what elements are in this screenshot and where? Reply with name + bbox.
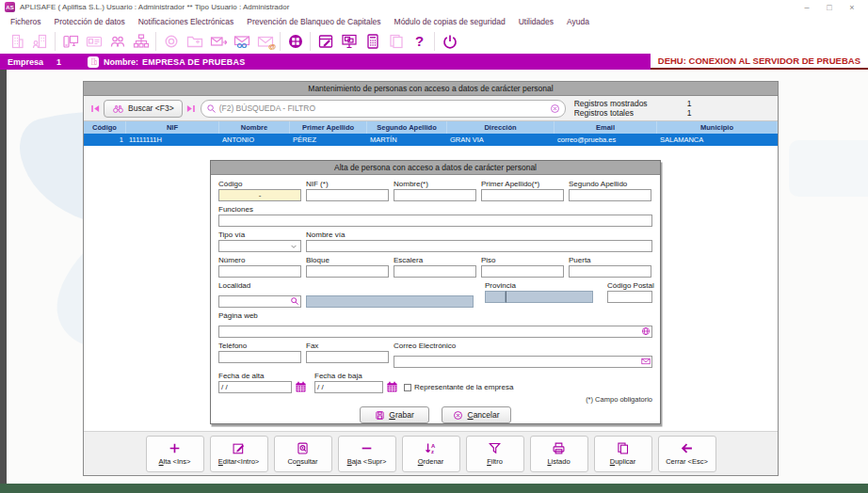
localidad-search-icon[interactable] (290, 296, 299, 306)
carpeta-icon[interactable] (183, 31, 206, 52)
organigrama-icon[interactable] (129, 31, 153, 52)
piso-input[interactable] (481, 265, 564, 278)
globe-icon[interactable] (641, 326, 651, 336)
codigo-input[interactable] (218, 189, 301, 201)
filtro-button[interactable]: Filtro (466, 436, 524, 472)
empresa-bar: Empresa 1 Nombre: EMPRESA DE PRUEBAS DEH… (0, 54, 868, 70)
duplicar-button[interactable]: Duplicar (594, 436, 652, 472)
buscar-button[interactable]: Buscar <F3> (104, 100, 183, 118)
cancel-icon (453, 410, 463, 421)
primer-apellido-input[interactable] (481, 189, 564, 201)
sincronizar-icon[interactable] (159, 31, 183, 52)
grabar-button[interactable]: Grabar (360, 406, 429, 423)
ayuda-icon[interactable]: ? (408, 31, 431, 52)
dialog-buttons: Grabar Cancelar (218, 406, 652, 431)
col-direccion[interactable]: Dirección (447, 121, 555, 134)
first-record-button[interactable] (88, 101, 102, 116)
numero-input[interactable] (218, 265, 301, 278)
col-nif[interactable]: NIF (126, 121, 219, 134)
col-nombre[interactable]: Nombre (219, 121, 290, 134)
menu-utilidades[interactable]: Utilidades (512, 17, 560, 26)
fecha-alta-calendar-button[interactable] (294, 380, 307, 393)
minus-icon (360, 441, 374, 455)
maximize-button[interactable]: □ (818, 1, 841, 14)
registros-totales-value: 1 (687, 108, 692, 118)
documentos-icon[interactable] (384, 31, 408, 52)
aplicaciones-icon[interactable] (283, 31, 307, 52)
listado-button[interactable]: Listado (530, 436, 588, 472)
col-email[interactable]: Email (555, 121, 657, 134)
usuarios-icon[interactable] (105, 31, 129, 52)
filter-search-box[interactable] (201, 100, 566, 118)
fax-input[interactable] (306, 351, 389, 363)
segundo-apellido-input[interactable] (569, 189, 651, 201)
salir-icon[interactable] (438, 31, 461, 52)
col-codigo[interactable]: Código (84, 121, 126, 134)
nif-input[interactable] (306, 189, 389, 201)
last-record-button[interactable] (185, 101, 198, 116)
toolbar-separator (434, 32, 435, 51)
close-button[interactable]: × (841, 1, 863, 14)
toolbar-separator (55, 32, 56, 51)
nombre-input[interactable] (394, 189, 476, 201)
registros-info: Registros mostrados 1 Registros totales … (574, 99, 692, 118)
menu-ficheros[interactable]: Ficheros (4, 17, 48, 26)
fecha-baja-input[interactable] (314, 381, 383, 393)
enviar-correo-icon[interactable] (206, 31, 230, 52)
menu-proteccion-datos[interactable]: Protección de datos (48, 17, 132, 26)
panel-title: Mantenimiento de personas con acceso a d… (84, 82, 778, 96)
ficha-identificativa-icon[interactable] (82, 31, 105, 52)
nombre-via-input[interactable] (306, 240, 652, 252)
menu-copias-seguridad[interactable]: Módulo de copias de seguridad (388, 17, 512, 26)
representante-checkbox[interactable] (404, 384, 411, 391)
calculadora-icon[interactable] (361, 31, 384, 52)
menu-ayuda[interactable]: Ayuda (560, 17, 596, 26)
col-primer-apellido[interactable]: Primer Apellido (290, 121, 367, 134)
nombre-label: Nombre: (104, 57, 138, 67)
fecha-baja-calendar-button[interactable] (385, 380, 398, 393)
agenda-icon[interactable] (313, 31, 337, 52)
cancelar-button[interactable]: Cancelar (442, 406, 511, 423)
clear-filter-icon[interactable] (550, 103, 560, 114)
tipo-via-select[interactable] (218, 240, 301, 252)
consultar-button[interactable]: Consultar (274, 436, 332, 472)
menu-notificaciones[interactable]: Notificaciones Electrónicas (132, 17, 241, 26)
registros-totales-label: Registros totales (574, 108, 681, 118)
plus-icon (168, 441, 182, 455)
email-icon[interactable] (641, 357, 651, 366)
localidad-input[interactable] (218, 295, 301, 308)
bloque-input[interactable] (306, 265, 389, 278)
table-row[interactable]: 1 11111111H ANTONIO PÉREZ MARTÍN GRAN VI… (84, 134, 778, 146)
escalera-input[interactable] (394, 265, 476, 278)
dispositivos-icon[interactable] (58, 31, 82, 52)
correo-arroba-icon[interactable]: @ (253, 31, 277, 52)
cerrar-button[interactable]: Cerrar <Esc> (658, 436, 716, 472)
fecha-alta-input[interactable] (218, 381, 292, 393)
nav-first-icon (89, 103, 102, 115)
col-municipio[interactable]: Municipio (657, 121, 778, 134)
funciones-input[interactable] (218, 215, 652, 227)
baja-button[interactable]: Baja <Supr> (338, 436, 396, 472)
pagina-web-input[interactable] (218, 326, 652, 338)
edit-icon (232, 441, 246, 455)
codigo-postal-input[interactable] (607, 291, 652, 303)
revisar-correo-icon[interactable] (230, 31, 253, 52)
menu-prevencion-blanqueo[interactable]: Prevención de Blanqueo de Capitales (240, 17, 387, 26)
nav-last-icon (185, 103, 197, 115)
empresas-icon[interactable] (5, 31, 28, 52)
filter-search-input[interactable] (217, 103, 550, 113)
puerta-input[interactable] (569, 265, 651, 278)
minimize-button[interactable]: – (796, 1, 818, 14)
editar-button[interactable]: Editar<Intro> (210, 436, 268, 472)
monitor-documentos-icon[interactable] (337, 31, 361, 52)
correo-input[interactable] (394, 356, 652, 368)
codigo-label: Código (218, 180, 301, 188)
provincia-label: Provincia (485, 281, 593, 290)
empresa-value: 1 (56, 57, 61, 67)
alta-button[interactable]: Alta <Ins> (146, 436, 204, 472)
col-segundo-apellido[interactable]: Segundo Apellido (367, 121, 447, 134)
empresa-personal-icon[interactable] (28, 31, 52, 52)
telefono-input[interactable] (218, 351, 301, 363)
ordenar-button[interactable]: Ordenar (402, 436, 460, 472)
table-header: Código NIF Nombre Primer Apellido Segund… (84, 121, 778, 134)
